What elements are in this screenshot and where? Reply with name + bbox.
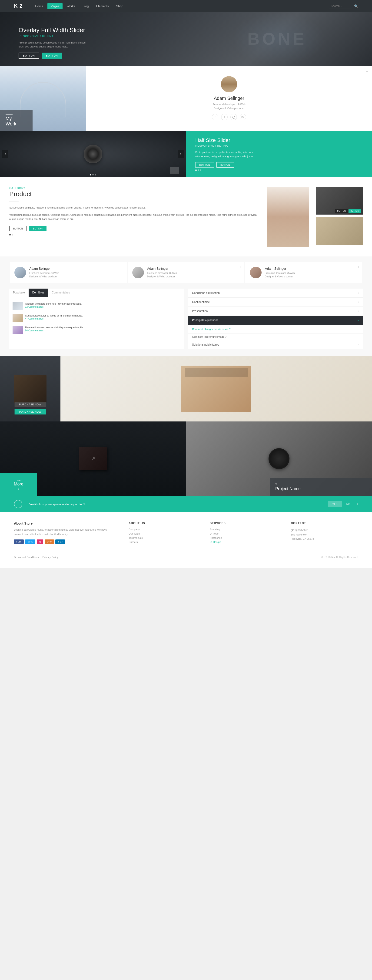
footer-services-col: SERVICES Branding UI Team Photoshop UI D… — [210, 522, 277, 545]
team-card-2-plus[interactable]: + — [240, 265, 242, 269]
footer-ui-design-link[interactable]: UI Design — [210, 541, 277, 543]
privacy-link[interactable]: Privacy Policy — [42, 556, 58, 558]
tab-commentaires[interactable]: Commentaires — [48, 289, 74, 297]
product-buttons: BUTTON BUTTON — [9, 226, 260, 231]
team-card-3-plus[interactable]: + — [358, 265, 359, 269]
team-name-2: Adam Selinger — [147, 267, 177, 270]
nav-link-home[interactable]: Home — [32, 3, 46, 9]
half-slider-indicators — [195, 169, 363, 171]
slider-next-button[interactable]: › — [178, 150, 184, 158]
indicator-dot-1[interactable] — [195, 169, 197, 171]
team-card-1-plus[interactable]: + — [122, 265, 124, 269]
footer-facebook-badge[interactable]: f 136 — [14, 539, 24, 544]
footer-twitter-badge[interactable]: tw 40 — [25, 539, 35, 544]
tabs-faq-section: Populaire Dernières Commentaires Aliquam… — [0, 289, 372, 356]
footer-about: About Store Looking backwards round, to … — [14, 522, 115, 545]
avatar — [221, 76, 237, 92]
faq-item-1[interactable]: Conditions d'utilisation + — [188, 289, 363, 298]
cta-no-button[interactable]: NO — [344, 501, 353, 507]
profile-plus-icon[interactable]: + — [366, 69, 368, 74]
nav-link-elements[interactable]: Elements — [93, 3, 112, 9]
cta-banner: ! Vestibulum purus quam scelerisque ulnc… — [0, 496, 372, 512]
indicator-dot-2[interactable] — [198, 169, 199, 171]
footer-about-us-title: ABOUT US — [128, 522, 196, 525]
footer-branding-link[interactable]: Branding — [210, 528, 277, 531]
product-button-1[interactable]: BUTTON — [9, 226, 27, 231]
tab-item-text-1: Aliquam volutpate sem nec Pulvinar pelle… — [25, 302, 82, 308]
cta-text: Vestibulum purus quam scelerisque ulnc? — [29, 503, 328, 506]
footer-instagram-badge[interactable]: ig — [37, 539, 43, 544]
nav-link-works[interactable]: Works — [63, 3, 79, 9]
social-facebook-icon[interactable]: f — [212, 114, 218, 120]
footer-gplus-badge[interactable]: g+ 9 — [44, 539, 54, 544]
team-card-2: + Adam Selinger Front-end developer, UI/… — [128, 262, 245, 283]
slider-dot-2[interactable] — [92, 174, 94, 175]
hero-button-1[interactable]: BUTTON — [19, 52, 39, 59]
social-behance-icon[interactable]: Bē — [240, 114, 246, 120]
portfolio-project-plus-icon[interactable]: + — [367, 481, 369, 486]
faq-item-2[interactable]: Confidentialité + — [188, 298, 363, 307]
footer-company-link[interactable]: Company — [128, 528, 196, 531]
product-images-side: BUTTON BUTTON — [316, 187, 363, 247]
team-info-3: Adam Selinger Front-end developer, UI/We… — [265, 267, 294, 278]
hero-button-2[interactable]: BUTTON — [42, 52, 62, 59]
portfolio-arrow-icon: ↗ — [91, 455, 95, 462]
social-twitter-icon[interactable]: t — [221, 114, 228, 120]
half-slider-title: Half Size Slider — [195, 137, 363, 143]
slider-thumb-1[interactable] — [170, 167, 179, 173]
tab-dernieres[interactable]: Dernières — [28, 289, 48, 297]
nav-link-shop[interactable]: Shop — [113, 3, 127, 9]
footer-photoshop-link[interactable]: Photoshop — [210, 536, 277, 539]
footer-testimonials-link[interactable]: Testimonials — [128, 536, 196, 539]
tabs-widget: Populaire Dernières Commentaires Aliquam… — [9, 289, 184, 349]
nav-link-blog[interactable]: Blog — [79, 3, 92, 9]
footer-contact-col: CONTACT (415) 880-9613359 RavenewRosevil… — [291, 522, 358, 545]
search-icon[interactable]: 🔍 — [354, 4, 358, 8]
purchase-button-2[interactable]: PURCHASE NOW — [15, 409, 46, 414]
search-bar: 🔍 — [329, 3, 358, 9]
faq-item-4[interactable]: Principales questions – — [188, 316, 363, 325]
tab-populaire[interactable]: Populaire — [9, 289, 28, 297]
search-input[interactable] — [329, 3, 352, 9]
indicator-dot-3[interactable] — [200, 169, 201, 171]
product-image-dark: BUTTON BUTTON — [316, 187, 363, 215]
footer-team-link[interactable]: Our Team — [128, 532, 196, 535]
nav-links: Home Pages Works Blog Elements Shop — [32, 3, 329, 9]
footer-contact-address: (415) 880-9613359 RavenewRoseville, CA 9… — [291, 528, 358, 541]
team-role-3: Front-end developer, UI/WebDesigner & Vi… — [265, 271, 294, 278]
hero-buttons: BUTTON BUTTON — [19, 52, 89, 59]
faq-item-3[interactable]: Présentation + — [188, 307, 363, 316]
slider-dot-1[interactable] — [90, 174, 91, 175]
footer-careers-link[interactable]: Careers — [128, 541, 196, 543]
footer-linkedin-badge[interactable]: in 13 — [55, 539, 65, 544]
tab-item-meta-1: 32 Commentaires — [25, 305, 82, 308]
terms-link[interactable]: Terms and Conditions — [14, 556, 39, 558]
faq-arrow-1: + — [358, 292, 359, 294]
product-overlay-button-1[interactable]: BUTTON — [335, 209, 348, 213]
footer-contact-title: CONTACT — [291, 522, 358, 525]
load-more-label: More — [14, 482, 23, 487]
footer-ui-team-link[interactable]: UI Team — [210, 532, 277, 535]
footer-social: f 136 tw 40 ig g+ 9 in 13 — [14, 539, 115, 544]
product-dot-2[interactable] — [12, 234, 13, 235]
cta-yes-button[interactable]: YES — [328, 501, 342, 507]
faq-answer-1[interactable]: Comment changer mo de passe ? — [188, 325, 363, 334]
my-work-label-text: My Work — [6, 116, 27, 127]
faq-item-6[interactable]: Solutions publicitaires + — [188, 340, 363, 349]
half-slider-button-1[interactable]: BUTTON — [195, 162, 214, 167]
slider-prev-button[interactable]: ‹ — [2, 150, 8, 158]
product-dot-1[interactable] — [9, 234, 11, 235]
load-more-button[interactable]: Load More — [0, 473, 37, 496]
slider-dark-background — [0, 131, 186, 177]
faq-widget: Conditions d'utilisation + Confidentiali… — [188, 289, 363, 349]
product-button-2[interactable]: BUTTON — [29, 226, 46, 231]
footer-bottom: Terms and Conditions Privacy Policy © K2… — [14, 552, 358, 558]
slider-dot-3[interactable] — [95, 174, 96, 175]
half-slider-button-2[interactable]: BUTTON — [217, 162, 234, 167]
purchase-button-1[interactable]: PURCHASE NOW — [15, 402, 46, 407]
team-section: + Adam Selinger Front-end developer, UI/… — [0, 256, 372, 289]
nav-link-pages[interactable]: Pages — [47, 3, 63, 9]
product-overlay-button-2[interactable]: BUTTON — [348, 209, 361, 213]
faq-label-2: Confidentialité — [192, 301, 210, 304]
social-instagram-icon[interactable]: ◯ — [230, 114, 237, 120]
